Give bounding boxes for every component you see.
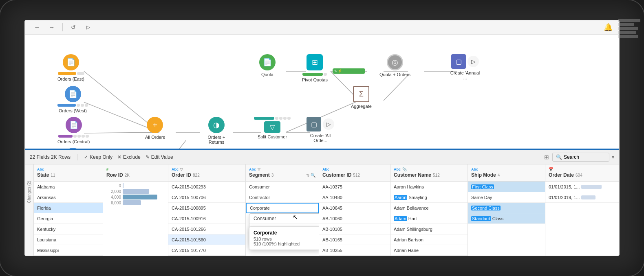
node-pivot-quotas[interactable]: ⊞ Pivot Quotas xyxy=(302,54,328,82)
node-create-annual[interactable]: ▢ ▷ Create 'Annual ... xyxy=(449,54,481,80)
exclude-action[interactable]: ✕ Exclude xyxy=(117,154,141,160)
col-customerid: Abc Customer ID 512 AA-10375 AA-10480 xyxy=(319,164,390,256)
cell-date-0[interactable]: 01/01/2015, 1... xyxy=(545,182,619,192)
cell-secondclass[interactable]: Second Class xyxy=(468,203,545,213)
cell-cid-1[interactable]: AA-10480 xyxy=(319,192,390,203)
check-icon: ✓ xyxy=(84,154,88,160)
cell-orderid-4[interactable]: CA-2015-101266 xyxy=(168,224,245,234)
rowid-col-title: Row ID xyxy=(106,172,123,178)
toolbar-sep-1 xyxy=(62,23,63,31)
customername-cells: Aaron Hawkins Aaron Smayling Adam Bellav… xyxy=(390,182,468,256)
node-orders-east[interactable]: 📄 Orders (East) xyxy=(57,54,84,81)
flow-canvas: 📄 Orders (East) 📄 Orders (West) xyxy=(25,35,619,149)
node-aggregate[interactable]: Σ Aggregate xyxy=(351,86,372,109)
col-header-customerid: Abc Customer ID 512 xyxy=(319,164,390,182)
cell-orderid-0[interactable]: CA-2015-100293 xyxy=(168,182,245,192)
state-col-title: State xyxy=(37,172,49,178)
cell-sameday[interactable]: Same Day xyxy=(468,192,545,203)
cell-orderid-5[interactable]: CA-2015-101560 xyxy=(168,234,245,245)
cell-cid-2[interactable]: AA-10645 xyxy=(319,203,390,213)
node-split-customer[interactable]: ▽ Split Customer xyxy=(254,117,291,139)
cell-orderid-6[interactable]: CA-2015-101770 xyxy=(168,245,245,256)
node-quota[interactable]: 📄 Quota xyxy=(259,54,276,77)
orderdate-col-title: Order Date xyxy=(549,172,574,178)
orderid-col-count: 822 xyxy=(193,173,200,177)
node-label-split-customer: Split Customer xyxy=(258,134,287,139)
cell-cname-1[interactable]: Aaron Smayling xyxy=(390,192,468,203)
node-label-all-orders: All Orders xyxy=(145,135,165,140)
cell-alabama[interactable]: Alabama xyxy=(34,182,103,192)
tooltip-rows: 510 rows xyxy=(254,237,316,241)
orderdate-col-body: 01/01/2015, 1... 01/01/2019, 1... xyxy=(545,182,619,256)
dropdown-consumer[interactable]: Consumer xyxy=(249,214,319,224)
tooltip-title: Corporate xyxy=(254,230,316,236)
cell-georgia[interactable]: Georgia xyxy=(34,213,103,224)
screen: ← → ↺ ▷ 🔔 xyxy=(24,20,620,256)
changes-label: Changes (2) xyxy=(27,181,31,203)
node-all-orders[interactable]: + All Orders xyxy=(145,117,165,140)
expand-icon[interactable]: ▾ xyxy=(612,154,614,160)
keep-only-action[interactable]: ✓ Keep Only xyxy=(84,154,112,160)
node-orders-south[interactable]: 📄 ▽ 📎 Orders (South) xyxy=(57,148,88,149)
segment-col-body: Consumer Contractor Corporate Consumer C… xyxy=(246,182,319,256)
cell-segment-consumer[interactable]: Consumer xyxy=(246,182,319,192)
node-label-aggregate: Aggregate xyxy=(351,104,372,109)
col-customername: Abc 📎 Customer Name 512 Aaron Hawkins xyxy=(390,164,468,256)
cell-cname-0[interactable]: Aaron Hawkins xyxy=(390,182,468,192)
edit-value-action[interactable]: ✎ Edit Value xyxy=(146,154,173,160)
cell-orderid-2[interactable]: CA-2015-100895 xyxy=(168,203,245,213)
search-box[interactable]: 🔍 xyxy=(552,153,609,162)
node-orders-returns[interactable]: ◑ Orders + Returns xyxy=(200,117,233,145)
segment-col-title: Segment xyxy=(249,172,270,178)
cell-cname-6[interactable]: Adrian Hane xyxy=(390,245,468,256)
node-orders-central[interactable]: 📄 Orders (Central) xyxy=(57,117,90,144)
node-label-orders-central: Orders (Central) xyxy=(57,139,90,144)
grid-view-icon[interactable]: ⊞ xyxy=(544,154,549,160)
node-create-all-orde[interactable]: ▢ ▷ Create 'All Orde... xyxy=(304,117,337,143)
cell-segment-contractor[interactable]: Contractor xyxy=(246,192,319,203)
cell-kentucky[interactable]: Kentucky xyxy=(34,224,103,234)
search-input[interactable] xyxy=(564,154,604,160)
cell-cid-4[interactable]: AB-10105 xyxy=(319,224,390,234)
cell-mississippi[interactable]: Mississippi xyxy=(34,245,103,256)
cell-cname-4[interactable]: Adam Shillingsburg xyxy=(390,224,468,234)
col-orderdate: 📅 Order Date 604 01/01/2015, 1... xyxy=(545,164,619,256)
segment-search-icon[interactable]: 🔍 xyxy=(311,173,315,177)
cell-standardclass[interactable]: Standard Class xyxy=(468,213,545,224)
forward-button[interactable]: → xyxy=(46,22,57,33)
cell-orderid-1[interactable]: CA-2015-100706 xyxy=(168,192,245,203)
cell-orderid-3[interactable]: CA-2015-100916 xyxy=(168,213,245,224)
cell-date-1[interactable]: 01/01/2019, 1... xyxy=(545,192,619,203)
cell-cid-5[interactable]: AB-10165 xyxy=(319,234,390,245)
cell-cname-5[interactable]: Adrian Bartson xyxy=(390,234,468,245)
node-quota-orders[interactable]: ◎ Quota + Orders xyxy=(379,54,410,77)
cell-cid-0[interactable]: AA-10375 xyxy=(319,182,390,192)
toolbar: ← → ↺ ▷ 🔔 xyxy=(25,20,619,35)
col-rowid: # Row ID 2K 0 xyxy=(103,164,168,256)
node-label-orders-west: Orders (West) xyxy=(59,108,87,113)
cell-louisiana[interactable]: Louisiana xyxy=(34,234,103,245)
state-type-icon: Abc xyxy=(37,167,44,171)
cell-firstclass[interactable]: First Class xyxy=(468,182,545,192)
segment-tooltip: Corporate 510 rows 510 (100%) highlighte… xyxy=(249,226,319,250)
bell-icon[interactable]: 🔔 xyxy=(604,23,613,32)
cell-cname-2[interactable]: Adam Bellavance xyxy=(390,203,468,213)
cell-florida[interactable]: Florida xyxy=(34,203,103,213)
back-button[interactable]: ← xyxy=(31,22,43,33)
rowid-type-icon: # xyxy=(106,167,108,171)
segment-cells: Consumer Contractor Corporate xyxy=(246,182,319,213)
cell-arkansas[interactable]: Arkansas xyxy=(34,192,103,203)
node-orders-west[interactable]: 📄 Orders (West) xyxy=(57,86,88,113)
state-col-count: 11 xyxy=(51,173,55,177)
node-label-quota-orders: Quota + Orders xyxy=(379,72,410,77)
refresh-button[interactable]: ↺ xyxy=(68,22,79,33)
cell-segment-corporate[interactable]: Corporate xyxy=(246,203,319,213)
data-grid: Changes (2) Abc State 11 xyxy=(25,164,619,256)
segment-sort-icon[interactable]: ⇅ xyxy=(306,173,309,177)
cell-cid-3[interactable]: AB-10060 xyxy=(319,213,390,224)
cell-cname-3[interactable]: Adam Hart xyxy=(390,213,468,224)
segment-type-icon: Abc xyxy=(249,167,256,171)
cell-cid-6[interactable]: AB-10255 xyxy=(319,245,390,256)
play-button[interactable]: ▷ xyxy=(82,22,94,33)
rowid-bar-0: 0 xyxy=(106,183,165,188)
